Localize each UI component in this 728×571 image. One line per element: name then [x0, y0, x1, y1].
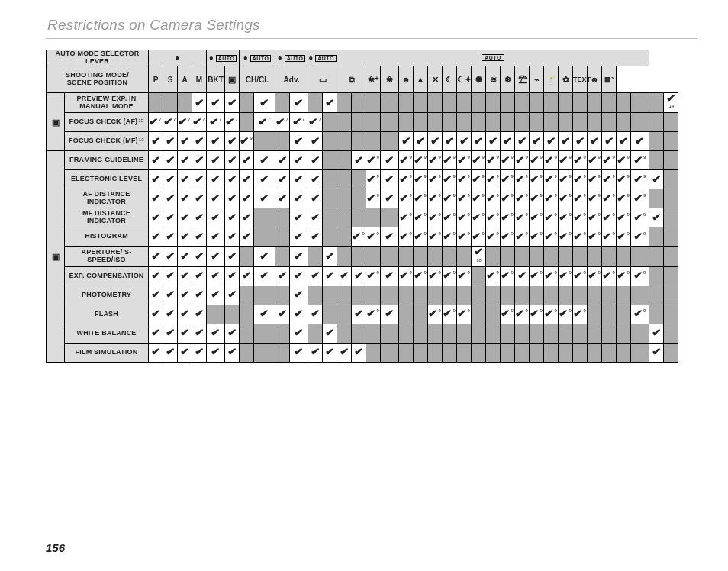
cell-available: ✔ — [225, 189, 240, 208]
cell-available: ✔ — [178, 132, 192, 151]
col-header: ✺ — [472, 66, 486, 93]
cell-available: ✔ — [240, 227, 254, 247]
cell-available: ✔ — [649, 343, 664, 362]
cell-available: ✔9 — [573, 227, 588, 247]
cell-available: ✔9 — [428, 170, 443, 189]
cell-unavailable — [308, 247, 323, 266]
cell-available: ✔9 — [399, 189, 414, 208]
cell-unavailable — [457, 324, 472, 343]
cell-available: ✔10 — [472, 247, 486, 266]
cell-unavailable — [588, 305, 602, 324]
cell-unavailable — [254, 227, 275, 247]
cell-available: ✔ — [225, 266, 240, 286]
cell-available: ✔ — [163, 343, 178, 362]
cell-available: ✔ — [225, 208, 240, 227]
cell-available: ✔9 — [515, 189, 530, 208]
cell-unavailable — [515, 247, 530, 266]
cell-available: ✔9 — [588, 227, 602, 247]
cell-available: ✔ — [308, 132, 323, 151]
cell-available: ✔ — [352, 343, 366, 362]
cell-available: ✔7 — [290, 113, 308, 132]
cell-unavailable — [631, 324, 649, 343]
cell-unavailable — [602, 247, 617, 266]
cell-unavailable — [501, 286, 515, 305]
cell-unavailable — [414, 305, 428, 324]
cell-available: ✔9 — [443, 151, 457, 170]
col-header: TEXT — [573, 66, 588, 93]
cell-available: ✔ — [192, 286, 207, 305]
cell-unavailable — [649, 189, 664, 208]
display-icon: ▣ — [47, 151, 65, 362]
cell-unavailable — [275, 247, 290, 266]
cell-available: ✔9 — [501, 305, 515, 324]
cell-available: ✔9 — [501, 266, 515, 286]
cell-available: ✔9 — [457, 208, 472, 227]
cell-unavailable — [573, 93, 588, 113]
cell-available: ✔ — [163, 324, 178, 343]
cell-unavailable — [664, 343, 678, 362]
cell-available: ✔9 — [617, 170, 631, 189]
cell-unavailable — [254, 208, 275, 227]
cell-available: ✔ — [225, 151, 240, 170]
cell-available: ✔7 — [225, 113, 240, 132]
row-header: MF DISTANCE INDICATOR — [65, 208, 149, 227]
cell-available: ✔ — [275, 305, 290, 324]
cell-available: ✔9 — [602, 266, 617, 286]
cell-unavailable — [472, 93, 486, 113]
cell-unavailable — [352, 208, 366, 227]
cell-available: ✔ — [163, 227, 178, 247]
row-header: PHOTOMETRY — [65, 286, 149, 305]
cell-available: ✔9 — [573, 151, 588, 170]
cell-available: ✔9 — [617, 189, 631, 208]
cell-available: ✔ — [414, 132, 428, 151]
cell-available: ✔ — [225, 247, 240, 266]
title-rule — [46, 38, 697, 39]
cell-available: ✔ — [192, 93, 207, 113]
cell-available: ✔9 — [457, 227, 472, 247]
cell-unavailable — [381, 132, 399, 151]
cell-available: ✔ — [290, 343, 308, 362]
cell-available: ✔9 — [588, 151, 602, 170]
cell-unavailable — [573, 247, 588, 266]
cell-unavailable — [381, 208, 399, 227]
cell-unavailable — [414, 324, 428, 343]
cell-available: ✔9 — [457, 151, 472, 170]
cell-available: ✔ — [178, 247, 192, 266]
row-header: PREVIEW EXP. IN MANUAL MODE — [65, 93, 149, 113]
cell-unavailable — [486, 305, 501, 324]
cell-available: ✔ — [254, 305, 275, 324]
cell-unavailable — [588, 324, 602, 343]
cell-available: ✔9 — [631, 208, 649, 227]
cell-available: ✔ — [149, 247, 163, 266]
cell-available: ✔ — [192, 324, 207, 343]
mode-group: ● — [149, 50, 207, 66]
settings-table: Auto mode selector lever●● AUTO● AUTO● A… — [46, 50, 678, 363]
cell-available: ✔9 — [544, 151, 559, 170]
cell-unavailable — [559, 247, 573, 266]
cell-unavailable — [530, 93, 544, 113]
cell-unavailable — [544, 93, 559, 113]
cell-available: ✔ — [192, 189, 207, 208]
cell-available: ✔ — [649, 208, 664, 227]
landscape-icon: ▲ — [417, 75, 425, 84]
cell-available: ✔9 — [530, 189, 544, 208]
cell-available: ✔ — [617, 132, 631, 151]
cell-unavailable — [664, 151, 678, 170]
cell-unavailable — [443, 324, 457, 343]
cell-available: ✔ — [192, 305, 207, 324]
col-header: ⌁ — [530, 66, 544, 93]
cell-available: ✔ — [443, 132, 457, 151]
cell-available: ✔ — [290, 286, 308, 305]
cell-unavailable — [275, 132, 290, 151]
night2-icon: ☾✦ — [457, 75, 472, 84]
cell-available: ✔9 — [530, 305, 544, 324]
cell-unavailable — [337, 305, 352, 324]
cell-unavailable — [588, 343, 602, 362]
cell-available: ✔9 — [631, 189, 649, 208]
cell-available: ✔ — [254, 170, 275, 189]
cell-available: ✔9 — [366, 305, 381, 324]
film-icon: ▣ — [228, 75, 236, 84]
cell-unavailable — [457, 93, 472, 113]
cell-available: ✔ — [192, 343, 207, 362]
cell-available: ✔ — [225, 132, 240, 151]
